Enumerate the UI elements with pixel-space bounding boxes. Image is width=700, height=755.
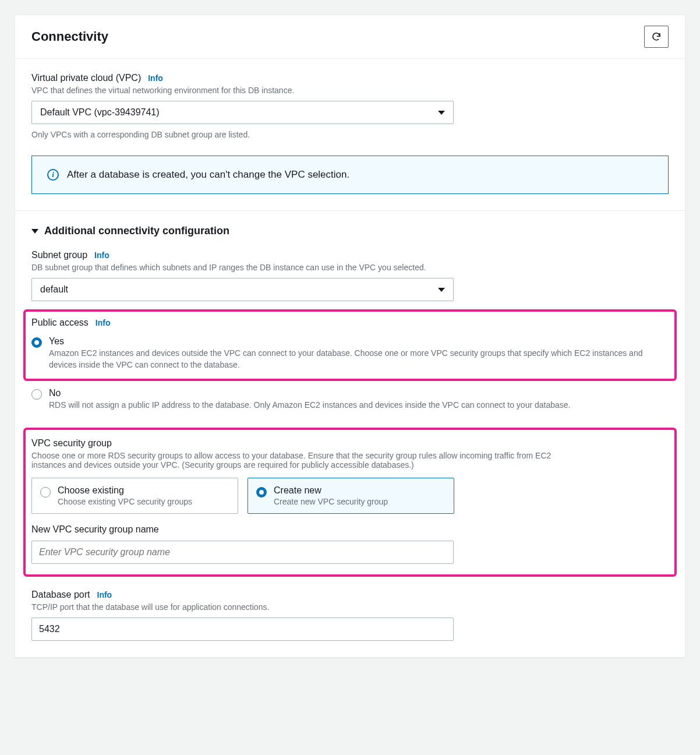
database-port-label: Database port	[31, 590, 90, 600]
security-group-label: VPC security group	[31, 438, 669, 449]
vpc-label: Virtual private cloud (VPC)	[31, 73, 141, 83]
info-icon: i	[47, 169, 59, 181]
refresh-icon	[651, 31, 662, 42]
vpc-field: Virtual private cloud (VPC) Info VPC tha…	[31, 73, 669, 139]
panel-header: Connectivity	[15, 15, 685, 59]
database-port-description: TCP/IP port that the database will use f…	[31, 602, 669, 612]
public-access-yes-desc: Amazon EC2 instances and devices outside…	[49, 348, 669, 371]
sg-existing-title: Choose existing	[58, 485, 192, 496]
vpc-info-alert: i After a database is created, you can't…	[31, 156, 669, 194]
public-access-yes-label: Yes	[49, 336, 669, 347]
sg-choose-existing-tile[interactable]: Choose existing Choose existing VPC secu…	[31, 478, 238, 514]
sg-create-new-tile[interactable]: Create new Create new VPC security group	[248, 478, 454, 514]
vpc-alert-text: After a database is created, you can't c…	[67, 169, 349, 181]
security-group-description: Choose one or more RDS security groups t…	[31, 451, 573, 470]
caret-down-icon	[438, 111, 445, 115]
radio-selected-icon	[256, 487, 267, 498]
public-access-no-label: No	[49, 388, 669, 398]
subnet-group-description: DB subnet group that defines which subne…	[31, 263, 669, 272]
subnet-group-field: Subnet group Info DB subnet group that d…	[31, 250, 669, 301]
subnet-group-select[interactable]: default	[31, 278, 454, 301]
additional-config-toggle[interactable]: Additional connectivity configuration	[31, 225, 669, 237]
vpc-info-link[interactable]: Info	[148, 73, 163, 83]
sg-create-title: Create new	[274, 485, 388, 496]
vpc-select[interactable]: Default VPC (vpc-39439741)	[31, 101, 454, 124]
panel-title: Connectivity	[31, 29, 108, 44]
new-sg-name-input[interactable]	[31, 541, 454, 564]
refresh-button[interactable]	[644, 26, 669, 48]
security-group-highlight: VPC security group Choose one or more RD…	[23, 428, 677, 577]
public-access-highlight: Public access Info Yes Amazon EC2 instan…	[23, 309, 677, 381]
public-access-no-desc: RDS will not assign a public IP address …	[49, 400, 669, 411]
subnet-info-link[interactable]: Info	[94, 251, 109, 260]
sg-create-desc: Create new VPC security group	[274, 497, 388, 506]
subnet-group-label: Subnet group	[31, 250, 87, 260]
radio-unselected-icon	[40, 487, 51, 498]
new-sg-name-label: New VPC security group name	[31, 524, 669, 535]
database-port-input[interactable]	[31, 618, 454, 641]
database-port-info-link[interactable]: Info	[97, 590, 112, 599]
sg-existing-desc: Choose existing VPC security groups	[58, 497, 192, 506]
public-access-no-option[interactable]: No RDS will not assign a public IP addre…	[31, 386, 669, 414]
radio-unselected-icon	[31, 389, 42, 400]
public-access-label: Public access	[31, 317, 89, 328]
section-divider	[15, 210, 685, 211]
public-access-info-link[interactable]: Info	[96, 318, 111, 327]
vpc-description: VPC that defines the virtual networking …	[31, 86, 669, 95]
connectivity-panel: Connectivity Virtual private cloud (VPC)…	[15, 15, 685, 658]
subnet-select-value: default	[40, 284, 68, 295]
radio-selected-icon	[31, 337, 42, 348]
vpc-select-value: Default VPC (vpc-39439741)	[40, 107, 160, 118]
database-port-field: Database port Info TCP/IP port that the …	[31, 590, 669, 641]
caret-down-icon	[31, 229, 38, 234]
caret-down-icon	[438, 288, 445, 292]
additional-config-title: Additional connectivity configuration	[44, 225, 229, 237]
vpc-hint: Only VPCs with a corresponding DB subnet…	[31, 130, 669, 139]
public-access-yes-option[interactable]: Yes Amazon EC2 instances and devices out…	[31, 334, 669, 373]
